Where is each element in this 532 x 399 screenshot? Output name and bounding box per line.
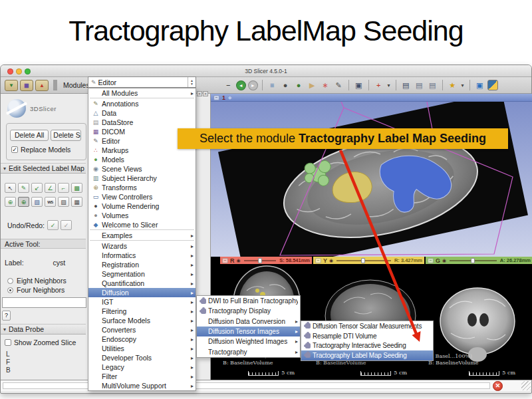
draw-tool-button[interactable]: ↙ [31, 183, 43, 193]
menu-item[interactable]: Segmentation ▸ [88, 269, 196, 279]
menu-item[interactable]: Legacy ▸ [88, 362, 196, 372]
submenu-item[interactable]: Tractography Label Map Seeding ▸ [301, 350, 433, 360]
crosshair-menu-arrow[interactable]: ▾ [386, 80, 392, 91]
delete-selected-button[interactable]: Delete Sel [51, 130, 81, 141]
menu-item[interactable]: △ Data ▸ [88, 108, 196, 118]
view3d-collapse-button[interactable]: − [213, 95, 219, 100]
error-log-button[interactable]: ✕ [493, 381, 503, 391]
radio-option[interactable]: Eight Neighbors [7, 276, 66, 285]
menu-item[interactable]: ⊕ Transforms ▸ [88, 183, 196, 192]
level-tracing-tool-button[interactable]: ∠ [45, 183, 56, 193]
edit-labelmap-section-header[interactable]: ▾ Edit Selected Label Map [1, 163, 86, 174]
screenshot-button[interactable]: ▣ [353, 80, 364, 91]
load-dicom-button[interactable]: ▦ [20, 80, 33, 91]
resize-grip[interactable] [521, 381, 531, 390]
menu-item[interactable]: Informatics ▸ [88, 251, 196, 260]
data-probe-section-header[interactable]: ▾ Data Probe [1, 324, 86, 334]
panel-popup-icon[interactable]: × [197, 91, 202, 96]
slice-header[interactable]: − R ◉ S: 58.541mm [220, 257, 312, 264]
slice-collapse-button[interactable]: − [222, 258, 228, 263]
menu-item[interactable]: ◆ Welcome to Slicer ▸ [88, 220, 196, 229]
change-island-tool-button[interactable]: ▧ [31, 197, 43, 207]
save-scene-button[interactable]: ▲ [35, 80, 49, 91]
wand-tool-button[interactable]: ⌐ [58, 183, 69, 193]
menu-item[interactable]: Converters ▸ [88, 325, 196, 334]
menu-item[interactable]: Registration ▸ [88, 260, 196, 269]
radio-dot-icon[interactable] [7, 278, 13, 284]
volume-rendering-button[interactable]: ● [280, 80, 291, 91]
submenu-item[interactable]: Tractography ▸ [197, 346, 300, 356]
load-data-button[interactable]: ▼ [5, 80, 18, 91]
submenu-item[interactable]: DWI to Full Brain Tractography ▸ [197, 296, 300, 306]
submenu-item[interactable]: Diffusion Data Conversion ▸ [197, 317, 300, 327]
checkbox-icon[interactable] [5, 339, 11, 346]
submenu-item[interactable]: Tractography Interactive Seeding ▸ [301, 340, 433, 350]
slider-handle[interactable] [471, 258, 475, 263]
submenu-item[interactable]: Tractography Display ▸ [197, 306, 300, 316]
menu-item[interactable]: ▭ View Controllers ▸ [88, 192, 196, 201]
radio-option[interactable]: Four Neighbors [7, 285, 66, 295]
extensions-manager-button[interactable]: ▣ [474, 80, 485, 91]
titlebar[interactable]: 3D Slicer 4.5.0-1 [1, 65, 531, 77]
threshold-tool-button[interactable]: ▨ [58, 197, 69, 207]
dilate-tool-button[interactable]: ▦ [71, 197, 82, 207]
menu-item[interactable]: All Modules ▸ [88, 88, 196, 98]
menu-item[interactable]: Diffusion ▸ [88, 288, 196, 297]
slice-offset-slider[interactable] [336, 260, 391, 261]
watershed-tool-button[interactable]: WS [45, 197, 56, 207]
show-zoomed-slice-checkbox[interactable]: Show Zoomed Slice [5, 338, 76, 346]
menu-item[interactable]: Filtering ▸ [88, 307, 196, 316]
slice-header[interactable]: − Y ◉ R: 3.427mm [313, 257, 424, 264]
slice-visibility-eye-icon[interactable]: ◉ [237, 258, 241, 263]
redo-button[interactable]: ✓ [61, 220, 72, 230]
python-console-button[interactable] [487, 80, 498, 90]
markups-fiducial-button[interactable]: ∗ [320, 80, 331, 91]
layout-select-button[interactable]: ≡ [267, 80, 278, 91]
radio-dot-icon[interactable] [7, 287, 13, 293]
scene-view-restore-button[interactable]: ▤ [427, 80, 438, 91]
menu-item[interactable]: Developer Tools ▸ [88, 353, 196, 362]
slice-collapse-button[interactable]: − [315, 258, 321, 263]
slice-header[interactable]: − G ◉ A: 26.278mm [426, 257, 532, 264]
view3d-header[interactable]: − 1 ◆ [211, 94, 532, 102]
menu-item[interactable]: ● Volumes ▸ [88, 211, 196, 220]
menu-item[interactable]: Utilities ▸ [88, 344, 196, 353]
favorites-button[interactable]: ★ [447, 80, 458, 91]
menu-item[interactable]: Filter ▸ [88, 372, 196, 381]
submenu-item[interactable]: Diffusion Tensor Scalar Measurements ▸ [301, 321, 433, 331]
slider-handle[interactable] [258, 258, 262, 263]
annotations-button[interactable]: ✎ [333, 80, 344, 91]
replace-models-checkbox[interactable]: Replace Models [11, 146, 70, 154]
module-selector[interactable]: ✎ Editor ▲▼ [88, 76, 196, 88]
module-panel-minus-button[interactable]: − [223, 80, 234, 91]
submenu-item[interactable]: Diffusion Weighted Images ▸ [197, 336, 300, 346]
delete-all-button[interactable]: Delete All [10, 130, 49, 141]
submenu-item[interactable]: Resample DTI Volume ▸ [301, 331, 433, 341]
favorites-menu-arrow[interactable]: ▾ [460, 80, 466, 91]
submenu-item[interactable]: Diffusion Tensor Images ▸ [197, 327, 300, 336]
slider-handle[interactable] [361, 258, 365, 263]
slice-visibility-eye-icon[interactable]: ◉ [329, 258, 333, 263]
slice-offset-slider[interactable] [450, 260, 497, 261]
fast-marching-tool-button[interactable]: ⊕ [18, 197, 29, 207]
scene-capture-button[interactable]: ▤ [400, 80, 412, 91]
tool-option-input[interactable] [2, 297, 86, 308]
menu-item[interactable]: Surface Models ▸ [88, 316, 196, 325]
undo-button[interactable]: ✓ [47, 220, 59, 230]
rectangle-tool-button[interactable]: ▩ [71, 183, 82, 193]
history-forward-button[interactable]: ► [248, 80, 258, 90]
slice-image[interactable]: L: Basel...100%) B: BaselineVolume 5 cm [426, 264, 532, 380]
menu-item[interactable]: ▤ DataStore ▸ [88, 118, 196, 127]
help-button[interactable]: ? [2, 311, 11, 321]
grow-cut-tool-button[interactable]: ⊕ [5, 197, 16, 207]
crosshair-button[interactable]: + [373, 80, 384, 91]
combo-spinner-icon[interactable]: ▲▼ [188, 77, 196, 87]
transforms-button[interactable]: ▶ [307, 80, 318, 91]
panel-undock-icon[interactable]: × [203, 91, 208, 96]
history-back-button[interactable]: ◄ [236, 80, 246, 90]
slice-offset-slider[interactable] [244, 260, 277, 261]
slice-collapse-button[interactable]: − [428, 258, 434, 263]
panel-corner-buttons[interactable]: × × [197, 91, 208, 96]
menu-item[interactable]: Quantification ▸ [88, 279, 196, 288]
view3d-pin-icon[interactable]: ◆ [228, 95, 231, 100]
